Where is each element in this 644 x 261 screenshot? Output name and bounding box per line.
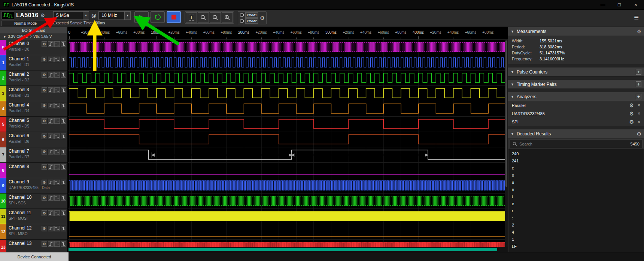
- decoded-result-item[interactable]: LF: [508, 243, 644, 250]
- falling-edge-trigger-icon[interactable]: [61, 241, 66, 247]
- rising-edge-trigger-icon[interactable]: [48, 195, 54, 201]
- falling-edge-trigger-icon[interactable]: [61, 226, 66, 231]
- time-ruler[interactable]: 0+20ms+40ms+60ms+80ms100ms+20ms+40ms+60m…: [68, 27, 508, 40]
- channel-settings-gear-icon[interactable]: ⚙: [42, 41, 47, 47]
- channel-row[interactable]: 1 Channel 1 Parallel - D1 ⚙: [0, 55, 67, 70]
- pwm-settings-gear-icon[interactable]: ⚙: [260, 15, 265, 21]
- rising-edge-trigger-icon[interactable]: [48, 72, 54, 78]
- waveform-row[interactable]: [68, 101, 508, 117]
- decoded-result-item[interactable]: 1: [508, 236, 644, 243]
- rising-edge-trigger-icon[interactable]: [48, 241, 54, 247]
- decoded-result-item[interactable]: o: [508, 172, 644, 179]
- level-trigger-icon[interactable]: [54, 57, 60, 62]
- waveform-row[interactable]: [68, 55, 508, 70]
- rising-edge-trigger-icon[interactable]: [48, 103, 54, 108]
- analyzer-row[interactable]: UART/RS232/485 ⚙ ×: [508, 110, 644, 118]
- menu-hamburger-icon[interactable]: ≡: [634, 14, 639, 22]
- falling-edge-trigger-icon[interactable]: [61, 72, 66, 78]
- falling-edge-trigger-icon[interactable]: [61, 57, 66, 62]
- rising-edge-trigger-icon[interactable]: [48, 41, 54, 47]
- waveform-row[interactable]: [68, 163, 508, 178]
- falling-edge-trigger-icon[interactable]: [61, 103, 66, 108]
- analyzer-remove-icon[interactable]: ×: [638, 111, 640, 116]
- level-trigger-icon[interactable]: [54, 226, 60, 231]
- decoded-result-item[interactable]: r: [508, 207, 644, 214]
- level-trigger-icon[interactable]: [54, 87, 60, 93]
- rising-edge-trigger-icon[interactable]: [48, 57, 54, 62]
- add-pulse-counter-icon[interactable]: +: [636, 69, 641, 75]
- falling-edge-trigger-icon[interactable]: [61, 41, 66, 47]
- decoded-results-list[interactable]: 240241counter:241LF: [508, 149, 644, 252]
- channel-row[interactable]: 5 Channel 5 Parallel - D5 ⚙: [0, 117, 67, 132]
- rising-edge-trigger-icon[interactable]: [48, 180, 54, 185]
- level-trigger-icon[interactable]: [54, 118, 60, 124]
- sample-rate-select[interactable]: 5 MSa ▾: [53, 11, 89, 20]
- level-trigger-icon[interactable]: [54, 72, 60, 78]
- pwm1-toggle-icon[interactable]: [240, 13, 244, 17]
- level-trigger-icon[interactable]: [54, 210, 60, 216]
- channel-row[interactable]: 6 Channel 6 Parallel - D6 ⚙: [0, 132, 67, 147]
- analyzer-settings-gear-icon[interactable]: ⚙: [629, 103, 634, 108]
- channel-row[interactable]: 4 Channel 4 Parallel - D4 ⚙: [0, 101, 67, 117]
- channel-row[interactable]: 0 Channel 0 Parallel - D0 ⚙: [0, 40, 67, 55]
- timing-marker-header[interactable]: ▼ Timing Marker Pairs +: [508, 80, 644, 89]
- waveform-row[interactable]: [68, 224, 508, 240]
- level-trigger-icon[interactable]: [54, 180, 60, 185]
- waveform-row[interactable]: [68, 70, 508, 86]
- level-trigger-icon[interactable]: [54, 103, 60, 108]
- vertical-scrollbar[interactable]: [505, 40, 508, 247]
- decoded-search-input[interactable]: [519, 142, 628, 146]
- falling-edge-trigger-icon[interactable]: [61, 149, 66, 154]
- select-tool-button[interactable]: T: [186, 12, 197, 22]
- maximize-button[interactable]: □: [611, 0, 628, 9]
- rising-edge-trigger-icon[interactable]: [48, 134, 54, 139]
- waveform-row[interactable]: [68, 240, 508, 247]
- decoded-result-item[interactable]: :: [508, 214, 644, 222]
- measurements-header[interactable]: ▼ Measurements ⚙: [508, 27, 644, 36]
- waveform-row[interactable]: [68, 147, 508, 163]
- pwm2-toggle-icon[interactable]: [240, 19, 244, 23]
- waveform-row[interactable]: [68, 209, 508, 224]
- add-analyzer-icon[interactable]: +: [636, 94, 641, 99]
- waveform-row[interactable]: [68, 132, 508, 147]
- decoded-result-item[interactable]: c: [508, 165, 644, 172]
- falling-edge-trigger-icon[interactable]: [61, 87, 66, 93]
- rising-edge-trigger-icon[interactable]: [48, 87, 54, 93]
- analyzer-remove-icon[interactable]: ×: [638, 119, 640, 124]
- waveform-row[interactable]: [68, 86, 508, 101]
- stop-button[interactable]: [167, 11, 181, 23]
- device-settings-gear-icon[interactable]: ⚙: [40, 13, 45, 18]
- channel-row[interactable]: 13 Channel 13 ⚙: [0, 240, 67, 252]
- measurements-gear-icon[interactable]: ⚙: [637, 29, 641, 34]
- falling-edge-trigger-icon[interactable]: [61, 210, 66, 216]
- channel-settings-gear-icon[interactable]: ⚙: [42, 72, 47, 78]
- decoded-results-header[interactable]: ▼ Decoded Results ⚙: [508, 129, 644, 138]
- rising-edge-trigger-icon[interactable]: [48, 164, 54, 170]
- waveform-row[interactable]: [68, 117, 508, 132]
- close-button[interactable]: ×: [628, 0, 644, 9]
- channel-row[interactable]: 7 Channel 7 Parallel - D7 ⚙: [0, 147, 67, 163]
- waveform-row[interactable]: [68, 40, 508, 55]
- analyzer-settings-gear-icon[interactable]: ⚙: [629, 111, 634, 116]
- channel-settings-gear-icon[interactable]: ⚙: [42, 210, 47, 216]
- falling-edge-trigger-icon[interactable]: [61, 195, 66, 201]
- channel-row[interactable]: 9 Channel 9 UART/RS232/485 - Data ⚙: [0, 178, 67, 194]
- channel-row[interactable]: 12 Channel 12 SPI - MISO ⚙: [0, 224, 67, 240]
- level-trigger-icon[interactable]: [54, 241, 60, 247]
- channel-settings-gear-icon[interactable]: ⚙: [42, 103, 47, 108]
- decoded-result-item[interactable]: u: [508, 179, 644, 186]
- level-trigger-icon[interactable]: [54, 195, 60, 201]
- zoom-fit-button[interactable]: [198, 12, 209, 22]
- waveform-row[interactable]: [68, 194, 508, 209]
- decoded-result-item[interactable]: 4: [508, 229, 644, 236]
- channel-settings-gear-icon[interactable]: ⚙: [42, 149, 47, 154]
- loop-run-button[interactable]: [151, 11, 165, 23]
- decoded-result-item[interactable]: n: [508, 186, 644, 193]
- rising-edge-trigger-icon[interactable]: [48, 118, 54, 124]
- pwm2-button[interactable]: PWM2: [245, 18, 258, 24]
- horizontal-scrollbar[interactable]: [68, 247, 508, 252]
- pulse-counters-header[interactable]: ▼ Pulse Counters +: [508, 68, 644, 76]
- falling-edge-trigger-icon[interactable]: [61, 134, 66, 139]
- level-trigger-icon[interactable]: [54, 41, 60, 47]
- decoded-result-item[interactable]: 2: [508, 222, 644, 229]
